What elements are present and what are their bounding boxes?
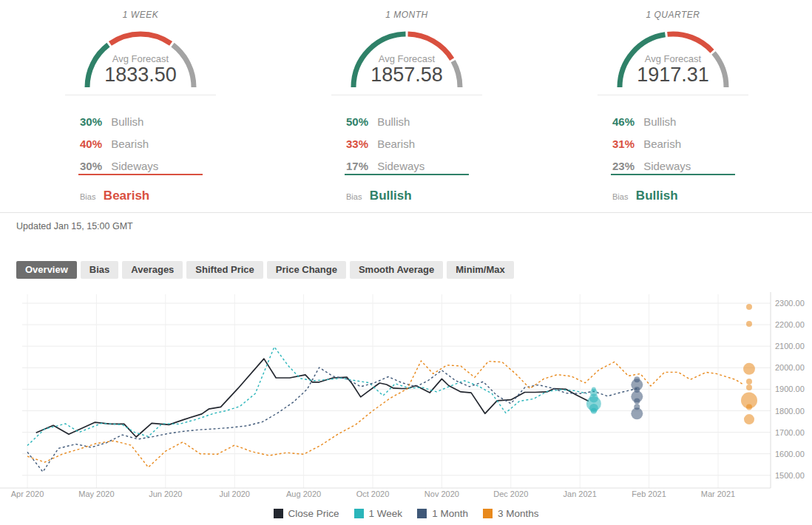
sentiment-row: 30% Bullish — [80, 111, 216, 133]
gauge-period-title: 1 QUARTER — [598, 10, 748, 20]
gauge-period-title: 1 MONTH — [331, 10, 482, 20]
sentiment-row: 31% Bearish — [612, 133, 748, 155]
svg-text:1600.00: 1600.00 — [775, 450, 805, 458]
sentiment-label: Sideways — [377, 160, 424, 172]
legend-swatch-icon — [354, 509, 364, 518]
bias-label: Bias — [346, 192, 362, 201]
bias-divider — [611, 174, 735, 175]
card-divider — [331, 95, 482, 95]
avg-forecast-label: Avg Forecast — [65, 53, 216, 64]
legend-item-3-months[interactable]: 3 Months — [483, 508, 539, 519]
bias-divider — [345, 174, 469, 175]
tab-overview[interactable]: Overview — [16, 261, 77, 279]
tab-bias[interactable]: Bias — [81, 261, 118, 279]
section-divider — [0, 212, 812, 213]
chart-tabs: OverviewBiasAveragesShifted PricePrice C… — [16, 261, 514, 279]
legend-label: 3 Months — [498, 508, 539, 519]
svg-text:1500.00: 1500.00 — [775, 471, 805, 480]
legend-swatch-icon — [417, 509, 427, 518]
gauge-period-title: 1 WEEK — [65, 10, 216, 20]
svg-text:Jan 2021: Jan 2021 — [564, 490, 597, 498]
legend-swatch-icon — [483, 509, 493, 518]
avg-forecast-label: Avg Forecast — [598, 53, 748, 64]
svg-text:1800.00: 1800.00 — [775, 407, 805, 416]
forecast-card-1-week: 1 WEEK Avg Forecast 1833.50 30% Bullish … — [65, 6, 216, 206]
bias-row: Bias Bullish — [346, 186, 482, 206]
forecast-cards: 1 WEEK Avg Forecast 1833.50 30% Bullish … — [0, 6, 812, 206]
bias-value: Bearish — [104, 189, 149, 203]
price-forecast-plot: 1500.001600.001700.001800.001900.002000.… — [0, 292, 812, 507]
sentiment-pct: 40% — [80, 133, 108, 155]
svg-text:Apr 2020: Apr 2020 — [11, 490, 44, 498]
svg-text:2300.00: 2300.00 — [775, 299, 805, 308]
svg-text:1700.00: 1700.00 — [775, 428, 805, 437]
svg-text:2200.00: 2200.00 — [775, 320, 805, 329]
bias-value: Bullish — [370, 189, 412, 203]
svg-text:Feb 2021: Feb 2021 — [632, 490, 666, 498]
svg-text:Mar 2021: Mar 2021 — [701, 490, 735, 498]
svg-text:2000.00: 2000.00 — [775, 363, 805, 372]
sentiment-pct: 33% — [346, 133, 374, 155]
svg-text:Oct 2020: Oct 2020 — [356, 490, 390, 498]
sentiment-label: Bullish — [111, 115, 143, 128]
sentiment-row: 33% Bearish — [346, 133, 482, 155]
avg-forecast-value: 1917.31 — [598, 64, 748, 87]
avg-forecast-value: 1833.50 — [65, 64, 216, 87]
legend-item-1-month[interactable]: 1 Month — [417, 508, 468, 519]
tab-averages[interactable]: Averages — [122, 261, 183, 279]
legend-label: 1 Week — [369, 508, 403, 519]
svg-text:Jun 2020: Jun 2020 — [149, 490, 182, 498]
sentiment-label: Bearish — [643, 138, 681, 150]
legend-label: 1 Month — [432, 508, 468, 519]
forecast-card-1-month: 1 MONTH Avg Forecast 1857.58 50% Bullish… — [331, 6, 482, 206]
avg-forecast-value: 1857.58 — [331, 64, 482, 87]
card-divider — [65, 95, 216, 95]
tab-price-change[interactable]: Price Change — [267, 261, 346, 279]
forecast-chart: 1500.001600.001700.001800.001900.002000.… — [0, 292, 812, 525]
sentiment-label: Bearish — [377, 138, 415, 150]
chart-legend: Close Price1 Week1 Month3 Months — [0, 508, 812, 519]
bias-label: Bias — [80, 192, 95, 201]
gauge-arc-segment — [667, 34, 712, 51]
tab-shifted-price[interactable]: Shifted Price — [186, 261, 263, 279]
svg-text:1900.00: 1900.00 — [775, 385, 805, 393]
sentiment-label: Bearish — [111, 138, 149, 150]
sentiment-row: 40% Bearish — [80, 133, 216, 155]
bias-label: Bias — [612, 192, 628, 201]
svg-text:Nov 2020: Nov 2020 — [424, 490, 459, 498]
svg-text:Dec 2020: Dec 2020 — [493, 490, 528, 498]
legend-swatch-icon — [274, 509, 283, 518]
legend-item-1-week[interactable]: 1 Week — [354, 508, 403, 519]
bias-row: Bias Bullish — [612, 186, 748, 206]
forecast-card-1-quarter: 1 QUARTER Avg Forecast 1917.31 46% Bulli… — [598, 6, 748, 206]
card-divider — [598, 95, 748, 95]
sentiment-label: Bullish — [643, 115, 676, 128]
tab-smooth-average[interactable]: Smooth Average — [350, 261, 443, 279]
sentiment-pct: 50% — [346, 111, 374, 133]
sentiment-pct: 30% — [80, 111, 108, 133]
avg-forecast-label: Avg Forecast — [331, 53, 482, 64]
svg-text:Aug 2020: Aug 2020 — [286, 490, 321, 498]
sentiment-pct: 31% — [612, 133, 640, 155]
sentiment-pct: 46% — [612, 111, 640, 133]
bias-divider — [78, 174, 203, 175]
legend-item-close-price[interactable]: Close Price — [274, 508, 339, 519]
svg-text:2100.00: 2100.00 — [775, 342, 805, 350]
bias-row: Bias Bearish — [80, 186, 216, 206]
svg-text:Jul 2020: Jul 2020 — [219, 490, 250, 498]
updated-timestamp: Updated Jan 15, 15:00 GMT — [16, 221, 133, 231]
bias-value: Bullish — [636, 189, 678, 203]
tab-minim-max[interactable]: Minim/Max — [447, 261, 513, 279]
sentiment-label: Sideways — [643, 160, 691, 172]
sentiment-row: 46% Bullish — [612, 111, 748, 133]
gauge-arc-segment — [110, 34, 171, 44]
legend-label: Close Price — [288, 508, 339, 519]
sentiment-label: Sideways — [111, 160, 158, 172]
sentiment-label: Bullish — [377, 115, 410, 128]
sentiment-row: 50% Bullish — [346, 111, 482, 133]
svg-text:May 2020: May 2020 — [78, 490, 114, 498]
